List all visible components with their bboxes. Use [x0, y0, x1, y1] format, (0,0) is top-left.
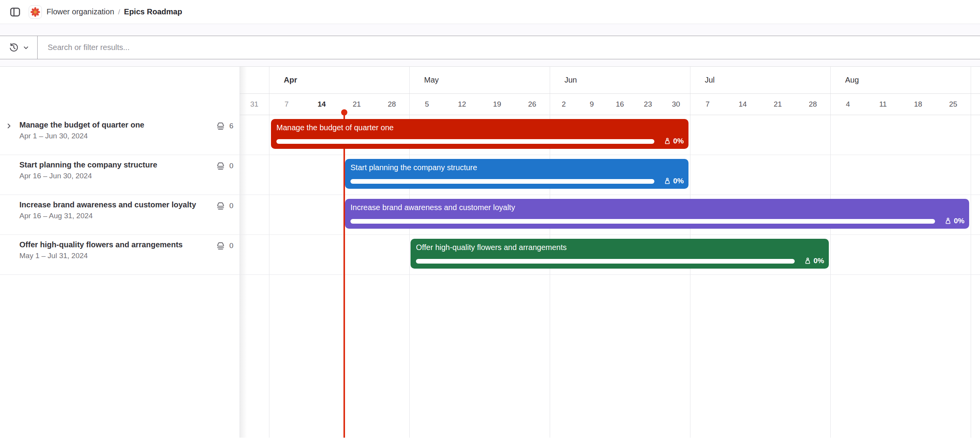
epic-progress-meta: 0% — [663, 177, 684, 185]
search-input[interactable] — [38, 36, 980, 59]
epic-title-link[interactable]: Manage the budget of quarter one — [19, 121, 202, 129]
week-label: 4 — [830, 94, 866, 115]
breadcrumb-page-title: Epics Roadmap — [124, 7, 182, 16]
epic-list-item: Start planning the company structureApr … — [0, 155, 240, 195]
week-label: 21 — [760, 94, 795, 115]
week-label: 16 — [606, 94, 634, 115]
epic-title-link[interactable]: Increase brand awareness and customer lo… — [19, 200, 202, 209]
epic-list-item: Increase brand awareness and customer lo… — [0, 195, 240, 235]
epic-icon — [215, 241, 226, 251]
weight-icon — [804, 257, 812, 265]
flower-icon — [30, 7, 41, 17]
week-group: 5121926 — [409, 94, 550, 115]
week-label: 5 — [409, 94, 445, 115]
sidebar-toggle-button[interactable] — [9, 5, 22, 19]
epic-bar-label: Increase brand awareness and customer lo… — [345, 199, 969, 212]
week-label: 18 — [901, 94, 936, 115]
breadcrumb-separator: / — [118, 8, 120, 16]
epic-list-item: Manage the budget of quarter oneApr 1 – … — [0, 115, 240, 155]
epic-child-count-badge: 0 — [215, 161, 233, 171]
epic-progress-meta: 0% — [804, 257, 824, 265]
pre-month-spacer — [240, 67, 269, 93]
epic-icon — [215, 121, 226, 131]
epic-icon — [215, 201, 226, 211]
epic-icon — [215, 161, 226, 171]
epic-progress-bar — [416, 259, 795, 264]
timeline-months-header: AprMayJunJulAug — [240, 67, 980, 94]
epic-list-item: Offer high-quality flowers and arrangeme… — [0, 235, 240, 274]
week-label: 14 — [304, 94, 340, 115]
timeline-weeks-header: 31714212851219262916233071421284111825 — [240, 94, 980, 115]
week-label: 26 — [515, 94, 550, 115]
weight-icon — [944, 217, 952, 225]
week-label: 12 — [445, 94, 480, 115]
epic-progress-value: 0% — [673, 137, 684, 145]
week-group: 7142128 — [690, 94, 830, 115]
roadmap-view: AprMayJunJulAug 317142128512192629162330… — [0, 66, 980, 438]
organization-avatar[interactable] — [29, 5, 42, 19]
filtered-search-bar — [0, 36, 980, 59]
week-label: 11 — [866, 94, 901, 115]
epic-progress-meta: 0% — [944, 217, 964, 225]
epic-progress-bar — [350, 219, 935, 224]
sidebar-toggle-icon — [9, 6, 21, 18]
week-label: 30 — [662, 94, 690, 115]
epic-child-count: 0 — [229, 162, 233, 170]
week-label: 25 — [936, 94, 971, 115]
epic-progress-value: 0% — [673, 177, 684, 185]
epic-date-range: May 1 – Jul 31, 2024 — [19, 252, 240, 260]
week-group: 29162330 — [550, 94, 690, 115]
history-icon — [9, 42, 19, 53]
week-label: 28 — [795, 94, 831, 115]
week-label: 23 — [634, 94, 662, 115]
chevron-down-icon — [23, 45, 29, 51]
epic-timeline-bar[interactable]: Start planning the company structure0% — [345, 159, 688, 189]
recent-searches-button[interactable] — [0, 36, 38, 59]
month-label: Jun — [550, 67, 690, 93]
week-label: 7 — [690, 94, 725, 115]
epic-bar-label: Offer high-quality flowers and arrangeme… — [411, 239, 829, 252]
epic-child-count-badge: 0 — [215, 201, 233, 211]
epic-date-range: Apr 1 – Jun 30, 2024 — [19, 132, 240, 140]
epic-timeline-bar[interactable]: Increase brand awareness and customer lo… — [345, 199, 969, 229]
week-label: 28 — [374, 94, 410, 115]
week-label: 2 — [550, 94, 578, 115]
epic-child-count-badge: 6 — [215, 121, 233, 131]
epic-child-count: 6 — [229, 122, 233, 130]
top-bar: Flower organization / Epics Roadmap — [0, 0, 980, 24]
week-label: 14 — [725, 94, 761, 115]
today-marker-dot — [341, 109, 347, 116]
epic-title-link[interactable]: Offer high-quality flowers and arrangeme… — [19, 240, 202, 249]
month-label: Apr — [269, 67, 409, 93]
epic-timeline-bar[interactable]: Manage the budget of quarter one0% — [271, 119, 688, 149]
epic-progress-bar — [276, 139, 654, 144]
epic-timeline-bar[interactable]: Offer high-quality flowers and arrangeme… — [411, 239, 829, 269]
search-zone — [0, 24, 980, 66]
week-label: 9 — [578, 94, 606, 115]
week-label: 31 — [240, 94, 269, 115]
week-group: 7142128 — [269, 94, 409, 115]
month-label: Aug — [830, 67, 971, 93]
weight-icon — [663, 137, 671, 145]
breadcrumb-organization[interactable]: Flower organization — [47, 7, 114, 16]
month-label: Jul — [690, 67, 830, 93]
epic-child-count: 0 — [229, 241, 233, 250]
week-group: 4111825 — [830, 94, 971, 115]
epic-child-count: 0 — [229, 202, 233, 210]
weight-icon — [663, 177, 671, 185]
epic-progress-value: 0% — [814, 257, 824, 265]
epic-progress-bar — [350, 179, 654, 184]
epic-progress-value: 0% — [954, 217, 964, 225]
month-label: May — [409, 67, 550, 93]
epic-bar-label: Start planning the company structure — [345, 159, 688, 172]
epic-title-link[interactable]: Start planning the company structure — [19, 160, 202, 169]
epic-date-range: Apr 16 – Jun 30, 2024 — [19, 172, 240, 180]
epic-date-range: Apr 16 – Aug 31, 2024 — [19, 212, 240, 220]
week-label: 19 — [480, 94, 515, 115]
chevron-right-icon[interactable] — [5, 122, 13, 130]
epic-progress-meta: 0% — [663, 137, 684, 145]
week-label: 7 — [269, 94, 304, 115]
epic-bar-label: Manage the budget of quarter one — [271, 119, 688, 132]
epic-child-count-badge: 0 — [215, 241, 233, 251]
